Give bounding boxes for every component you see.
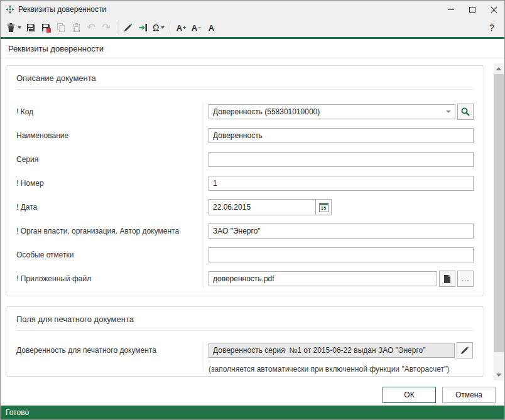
undo-icon: ↶ xyxy=(87,23,95,33)
font-decrease-button[interactable]: A− xyxy=(188,20,204,35)
field-row-date: ! Дата 15 xyxy=(6,195,484,219)
font-decrease-icon: A xyxy=(192,24,197,32)
font-case-icon: A xyxy=(209,24,214,32)
field-row-code: ! Код Доверенность (558301010000) xyxy=(6,100,484,124)
omega-icon: Ω xyxy=(153,23,159,32)
wand-icon xyxy=(123,23,133,33)
print-doc-label: Доверенность для печатного документа xyxy=(6,346,198,355)
number-label: ! Номер xyxy=(6,179,198,188)
dropdown-caret-icon xyxy=(161,26,165,29)
status-text: Готово xyxy=(6,408,29,417)
browse-file-button[interactable]: ... xyxy=(457,271,474,287)
code-value: Доверенность (558301010000) xyxy=(213,107,446,116)
vertical-scrollbar[interactable] xyxy=(494,63,504,380)
arrow-into-door-icon xyxy=(138,23,148,33)
wand-icon xyxy=(460,345,470,355)
save-icon xyxy=(26,23,36,33)
font-case-button[interactable]: A xyxy=(204,20,219,35)
redo-icon: ↷ xyxy=(102,23,110,33)
toolbar-separator xyxy=(117,22,117,33)
authority-input[interactable] xyxy=(209,223,474,239)
search-icon xyxy=(460,107,470,117)
code-label: ! Код xyxy=(6,107,198,116)
open-file-button[interactable] xyxy=(439,271,455,287)
scroll-down-button[interactable] xyxy=(494,370,504,380)
name-input[interactable] xyxy=(209,128,474,143)
maximize-button[interactable] xyxy=(462,1,483,18)
autofill-button[interactable] xyxy=(121,20,136,35)
code-combobox[interactable]: Доверенность (558301010000) xyxy=(209,104,455,119)
chevron-down-icon xyxy=(446,110,451,113)
trash-icon xyxy=(6,23,16,33)
calendar-button[interactable]: 15 xyxy=(315,200,331,215)
arrow-down-icon xyxy=(496,374,501,377)
help-icon: ? xyxy=(489,23,494,33)
number-input[interactable] xyxy=(209,176,474,191)
series-label: Серия xyxy=(6,155,198,164)
print-section: Поля для печатного документа Доверенност… xyxy=(6,306,484,377)
name-label: Наименование xyxy=(6,131,198,140)
series-input[interactable] xyxy=(209,152,474,167)
code-search-button[interactable] xyxy=(457,104,474,120)
window-controls xyxy=(440,1,504,18)
undo-button[interactable]: ↶ xyxy=(84,20,99,35)
cancel-button[interactable]: Отмена xyxy=(442,387,496,403)
description-section: Описание документа ! Код Доверенность (5… xyxy=(6,65,484,296)
save-as-button[interactable] xyxy=(38,20,53,35)
copy-button[interactable] xyxy=(53,20,68,35)
notes-label: Особые отметки xyxy=(6,250,198,259)
field-row-series: Серия xyxy=(6,148,484,171)
help-button[interactable]: ? xyxy=(484,20,499,35)
ok-button[interactable]: ОК xyxy=(383,387,436,403)
autofill-hint: (заполняется автоматически при включенно… xyxy=(209,365,484,374)
window-title: Реквизиты доверенности xyxy=(18,5,106,14)
save-as-icon xyxy=(41,23,51,33)
authority-label: ! Орган власти, организация. Автор докум… xyxy=(6,227,198,235)
symbols-button[interactable]: Ω xyxy=(151,20,166,35)
print-doc-input[interactable] xyxy=(209,343,455,358)
close-button[interactable] xyxy=(483,1,504,18)
date-input[interactable] xyxy=(209,200,315,215)
field-row-authority: ! Орган власти, организация. Автор докум… xyxy=(6,219,484,243)
titlebar: Реквизиты доверенности xyxy=(1,1,504,18)
page-title: Реквизиты доверенности xyxy=(1,39,504,58)
close-icon xyxy=(491,6,497,13)
scrollbar-thumb[interactable] xyxy=(494,74,504,352)
minus-sign: − xyxy=(198,25,201,31)
date-label: ! Дата xyxy=(6,203,198,212)
import-button[interactable] xyxy=(136,20,151,35)
dialog-window: Реквизиты доверенности ↶ ↷ xyxy=(0,0,505,420)
attachment-label: ! Приложенный файл xyxy=(6,274,198,283)
content-area: Реквизиты доверенности Описание документ… xyxy=(1,39,504,385)
scroll-up-button[interactable] xyxy=(494,63,504,74)
paste-button[interactable] xyxy=(68,20,84,35)
open-file-icon xyxy=(443,274,452,284)
field-row-notes: Особые отметки xyxy=(6,243,484,267)
redo-button[interactable]: ↷ xyxy=(99,20,114,35)
form-rows: Доверенность для печатного документа (за… xyxy=(6,340,484,374)
calendar-day: 15 xyxy=(320,205,328,212)
autofill-edit-button[interactable] xyxy=(457,342,473,358)
maximize-icon xyxy=(469,7,475,13)
section-rule xyxy=(16,89,474,90)
save-button[interactable] xyxy=(23,20,38,35)
field-row-print-doc: Доверенность для печатного документа xyxy=(6,340,484,361)
date-field: 15 xyxy=(209,199,332,215)
section-rule xyxy=(16,330,474,331)
delete-button[interactable] xyxy=(4,20,23,35)
plus-sign: + xyxy=(183,25,186,31)
attachment-input[interactable] xyxy=(209,271,437,286)
dialog-footer: ОК Отмена xyxy=(383,387,496,403)
arrow-up-icon xyxy=(496,67,501,70)
minimize-button[interactable] xyxy=(440,1,462,18)
notes-input[interactable] xyxy=(209,247,474,262)
field-row-name: Наименование xyxy=(6,124,484,148)
app-icon xyxy=(6,5,14,14)
toolbar: ↶ ↷ Ω A+ A− A ? xyxy=(1,18,504,37)
paste-icon xyxy=(71,23,81,33)
statusbar: Готово xyxy=(1,406,504,419)
section-title: Описание документа xyxy=(16,73,474,83)
field-row-attachment: ! Приложенный файл ... xyxy=(6,267,484,291)
dropdown-caret-icon xyxy=(18,26,21,29)
font-increase-button[interactable]: A+ xyxy=(173,20,188,35)
